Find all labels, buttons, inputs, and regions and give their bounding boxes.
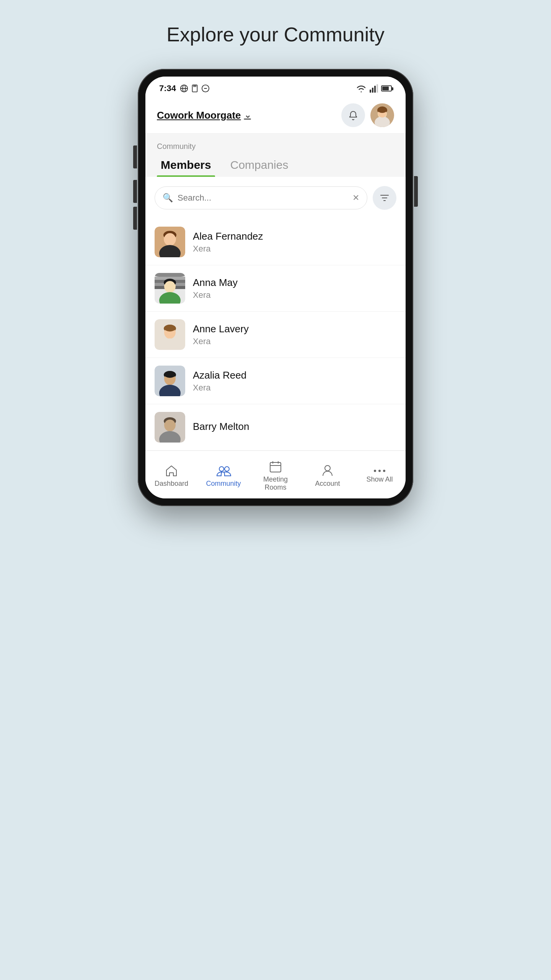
nav-label-dashboard: Dashboard	[155, 480, 188, 488]
svg-point-50	[165, 420, 175, 430]
section-label: Community	[157, 142, 196, 150]
svg-point-45	[164, 371, 176, 378]
member-name: Alea Fernandez	[193, 230, 263, 242]
svg-point-51	[219, 467, 224, 471]
community-icon	[215, 464, 231, 477]
phone-screen: 7:34	[145, 77, 406, 498]
status-right	[356, 84, 392, 93]
svg-point-39	[164, 325, 176, 332]
svg-point-59	[378, 470, 381, 472]
status-icons	[180, 84, 210, 93]
signal-icon	[370, 84, 378, 93]
app-header: Cowork Moorgate ⌄	[145, 97, 406, 134]
nav-item-meeting-rooms[interactable]: Meeting Rooms	[249, 457, 302, 495]
time-display: 7:34	[159, 83, 176, 93]
search-input-wrapper: 🔍 ✕	[155, 186, 367, 209]
member-info: Anne Lavery Xera	[193, 323, 249, 346]
wifi-icon	[356, 84, 367, 93]
dnd-icon	[201, 84, 210, 93]
svg-point-23	[164, 233, 176, 245]
member-name: Barry Melton	[193, 421, 249, 433]
phone-frame: 7:34	[138, 69, 413, 506]
member-name: Anna May	[193, 277, 238, 289]
search-area: 🔍 ✕	[145, 177, 406, 219]
notification-button[interactable]	[341, 103, 365, 127]
workspace-selector[interactable]: Cowork Moorgate ⌄	[157, 109, 251, 121]
user-avatar-img	[370, 103, 394, 127]
filter-icon	[380, 193, 390, 203]
svg-point-57	[325, 466, 330, 471]
section-header: Community	[145, 134, 406, 151]
nav-item-account[interactable]: Account	[302, 457, 354, 495]
battery-icon	[381, 85, 392, 91]
list-item[interactable]: Barry Melton	[145, 404, 406, 451]
member-avatar	[155, 319, 185, 350]
member-name: Azalia Reed	[193, 369, 246, 381]
svg-rect-12	[377, 84, 378, 93]
list-item[interactable]: Anne Lavery Xera	[145, 312, 406, 358]
member-company: Xera	[193, 336, 249, 346]
member-avatar	[155, 412, 185, 443]
svg-rect-25	[155, 273, 185, 277]
list-item[interactable]: Alea Fernandez Xera	[145, 219, 406, 265]
member-company: Xera	[193, 290, 238, 300]
member-company: Xera	[193, 244, 263, 254]
member-info: Barry Melton	[193, 421, 249, 434]
svg-rect-9	[370, 90, 371, 93]
person-icon	[322, 464, 333, 477]
clear-search-button[interactable]: ✕	[352, 193, 359, 203]
member-info: Alea Fernandez Xera	[193, 230, 263, 254]
svg-point-52	[225, 467, 229, 471]
workspace-name: Cowork Moorgate	[157, 109, 241, 121]
member-info: Anna May Xera	[193, 277, 238, 300]
globe-icon	[180, 84, 188, 93]
list-item[interactable]: Azalia Reed Xera	[145, 358, 406, 404]
svg-rect-11	[374, 86, 376, 93]
svg-point-58	[374, 470, 376, 472]
svg-point-60	[383, 470, 385, 472]
member-company: Xera	[193, 383, 246, 393]
sd-card-icon	[191, 84, 199, 93]
svg-point-18	[378, 107, 387, 113]
member-avatar	[155, 366, 185, 396]
bottom-nav: Dashboard Community	[145, 451, 406, 498]
status-left: 7:34	[159, 83, 210, 93]
header-actions	[341, 103, 394, 127]
calendar-icon	[269, 460, 282, 473]
tab-members[interactable]: Members	[157, 151, 215, 177]
nav-item-community[interactable]: Community	[197, 457, 249, 495]
status-bar: 7:34	[145, 77, 406, 97]
member-name: Anne Lavery	[193, 323, 249, 335]
bell-icon	[348, 110, 359, 121]
search-input[interactable]	[178, 193, 348, 203]
member-avatar	[155, 273, 185, 304]
page-title: Explore your Community	[166, 23, 384, 46]
member-list: Alea Fernandez Xera	[145, 219, 406, 451]
member-avatar	[155, 227, 185, 257]
member-info: Azalia Reed Xera	[193, 369, 246, 393]
svg-rect-10	[372, 88, 373, 93]
home-icon	[165, 464, 178, 477]
nav-item-dashboard[interactable]: Dashboard	[145, 457, 197, 495]
tab-companies[interactable]: Companies	[227, 151, 292, 177]
search-icon: 🔍	[163, 193, 173, 203]
filter-button[interactable]	[373, 186, 396, 210]
nav-item-show-all[interactable]: Show All	[354, 457, 406, 495]
nav-label-meeting-rooms: Meeting Rooms	[263, 475, 288, 492]
nav-label-community: Community	[206, 480, 241, 488]
nav-label-show-all: Show All	[366, 475, 393, 483]
user-avatar-button[interactable]	[370, 103, 394, 127]
list-item[interactable]: Anna May Xera	[145, 265, 406, 312]
nav-label-account: Account	[315, 480, 340, 488]
chevron-down-icon: ⌄	[244, 110, 251, 120]
tabs-container: Members Companies	[145, 151, 406, 177]
svg-point-33	[165, 281, 175, 292]
svg-rect-53	[270, 462, 281, 472]
more-icon	[373, 469, 386, 473]
